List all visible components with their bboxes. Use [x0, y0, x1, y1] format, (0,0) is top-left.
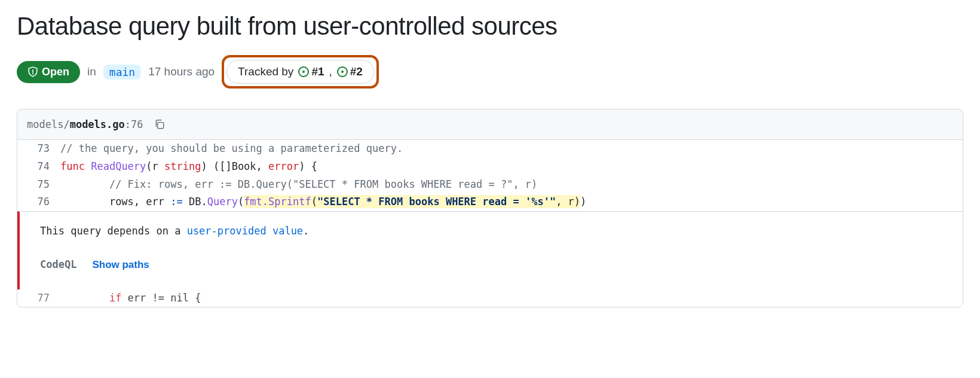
issue-ref-2-text: #2 [350, 65, 363, 78]
status-label: Open [42, 66, 69, 78]
finding-panel: This query depends on a user-provided va… [17, 211, 963, 289]
show-paths-button[interactable]: Show paths [92, 259, 149, 271]
line-content: func ReadQuery(r string) ([]Book, error)… [60, 158, 963, 176]
copy-button[interactable] [152, 117, 167, 132]
line-content: rows, err := DB.Query(fmt.Sprintf("SELEC… [60, 193, 963, 211]
svg-rect-2 [157, 123, 163, 129]
code-line: 76 rows, err := DB.Query(fmt.Sprintf("SE… [17, 193, 963, 211]
line-content: if err != nil { [60, 289, 963, 307]
finding-link[interactable]: user-provided value [187, 225, 303, 237]
line-content: // Fix: rows, err := DB.Query("SELECT * … [60, 176, 963, 194]
line-number: 77 [17, 289, 60, 307]
code-line: 75 // Fix: rows, err := DB.Query("SELECT… [17, 176, 963, 194]
meta-age: 17 hours ago [148, 65, 215, 78]
tool-label: CodeQL [40, 256, 76, 274]
svg-point-0 [32, 73, 33, 74]
issue-ref-1[interactable]: #1 [298, 65, 324, 78]
status-badge: Open [17, 61, 80, 83]
tracked-highlight: Tracked by #1 , #2 [222, 55, 379, 89]
line-number: 73 [17, 140, 60, 158]
issue-open-icon [298, 66, 309, 77]
alert-shield-icon [27, 66, 38, 77]
line-content: // the query, you should be using a para… [60, 140, 963, 158]
copy-icon [154, 119, 165, 130]
code-header: models/models.go:76 [17, 109, 963, 140]
code-highlight: fmt.Sprintf("SELECT * FROM books WHERE r… [244, 195, 580, 208]
meta-in: in [87, 65, 96, 78]
tracked-label: Tracked by [238, 65, 293, 78]
meta-row: Open in main 17 hours ago Tracked by #1 … [17, 55, 963, 89]
branch-chip[interactable]: main [103, 65, 141, 80]
page-title: Database query built from user-controlle… [17, 12, 963, 41]
code-lines: 73 // the query, you should be using a p… [17, 140, 963, 307]
tracked-sep: , [329, 65, 332, 78]
code-line: 74 func ReadQuery(r string) ([]Book, err… [17, 158, 963, 176]
file-path[interactable]: models/models.go:76 [27, 118, 143, 130]
code-line: 73 // the query, you should be using a p… [17, 140, 963, 158]
issue-ref-1-text: #1 [311, 65, 324, 78]
code-line: 77 if err != nil { [17, 289, 963, 307]
issue-ref-2[interactable]: #2 [337, 65, 363, 78]
tracked-pill[interactable]: Tracked by #1 , #2 [226, 60, 374, 84]
code-box: models/models.go:76 73 // the query, you… [17, 109, 963, 307]
issue-open-icon [337, 66, 348, 77]
line-number: 75 [17, 176, 60, 194]
line-number: 76 [17, 193, 60, 211]
finding-text: This query depends on a user-provided va… [40, 222, 951, 240]
line-number: 74 [17, 158, 60, 176]
